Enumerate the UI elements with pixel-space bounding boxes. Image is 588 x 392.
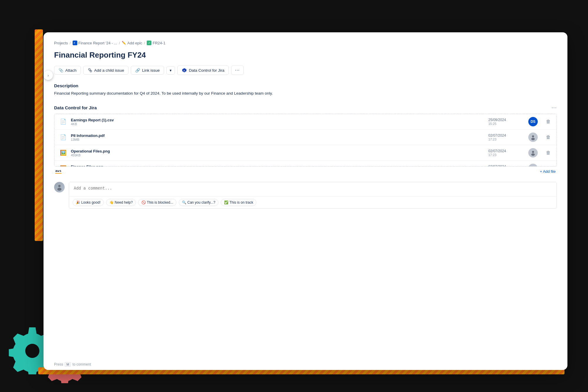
more-options-button[interactable]: ··· bbox=[231, 66, 243, 75]
quick-reply-button-1[interactable]: 👋 Need help? bbox=[106, 199, 136, 206]
svg-point-7 bbox=[531, 138, 535, 140]
quick-reply-button-3[interactable]: 🔍 Can you clarify...? bbox=[179, 199, 218, 206]
file-info: Operational Files.png 455KB bbox=[71, 149, 479, 157]
link-icon: 🔗 bbox=[135, 68, 140, 73]
description-title: Description bbox=[54, 83, 557, 88]
breadcrumb-finance-report[interactable]: Finance Report '24 - ... bbox=[78, 41, 117, 45]
file-avatar-anon bbox=[528, 133, 538, 142]
file-list: 📄 Earnings Report (1).csv 4KB 25/09/2024… bbox=[54, 114, 557, 167]
file-size: 13MB bbox=[71, 138, 479, 141]
page-title: Financial Reporting FY24 bbox=[54, 51, 557, 60]
breadcrumb-sep-2: / bbox=[119, 41, 120, 45]
file-date: 02/07/2024 17:23 bbox=[488, 149, 512, 157]
file-icon: 🖼️ bbox=[59, 149, 67, 157]
file-image-icon: 🖼️ bbox=[60, 150, 66, 156]
file-name: Earnings Report (1).csv bbox=[71, 118, 479, 122]
add-file-button[interactable]: + Add file bbox=[540, 169, 556, 174]
comment-input-area: 🎉 Looks good!👋 Need help?🚫 This is block… bbox=[69, 182, 557, 209]
press-m-key: M bbox=[65, 362, 71, 367]
svg-point-12 bbox=[58, 185, 61, 187]
action-toolbar: 📎 Attach Add a child issue 🔗 Link issue bbox=[54, 66, 557, 75]
quick-replies-bar: 🎉 Looks good!👋 Need help?🚫 This is block… bbox=[69, 196, 557, 208]
file-info: Finance Files.png 429KB bbox=[71, 165, 479, 167]
file-name: Finance Files.png bbox=[71, 165, 479, 167]
file-icon: 📄 bbox=[59, 133, 67, 141]
file-delete-button[interactable]: 🗑 bbox=[545, 133, 552, 141]
pencil-icon: ✏️ bbox=[122, 41, 126, 45]
svg-text:▲: ▲ bbox=[183, 69, 185, 71]
file-doc-icon: 📄 bbox=[60, 118, 66, 125]
file-avatar-anon bbox=[528, 164, 538, 167]
file-delete-button[interactable]: 🗑 bbox=[545, 165, 552, 167]
breadcrumb: Projects / F Finance Report '24 - ... / … bbox=[54, 41, 557, 45]
data-control-button[interactable]: ▲ Data Control for Jira bbox=[177, 66, 229, 75]
file-row: 📄 Earnings Report (1).csv 4KB 25/09/2024… bbox=[54, 114, 557, 130]
svg-point-13 bbox=[57, 188, 61, 191]
svg-point-6 bbox=[532, 135, 534, 138]
breadcrumb-sep-1: / bbox=[70, 41, 71, 45]
svg-text:F: F bbox=[74, 42, 75, 44]
file-avatar-anon bbox=[528, 148, 538, 158]
quick-reply-button-0[interactable]: 🎉 Looks good! bbox=[73, 199, 104, 206]
data-control-logo-icon: ▲ bbox=[182, 68, 187, 73]
user-avatar bbox=[54, 182, 65, 192]
file-row: 🖼️ Finance Files.png 429KB 02/07/2024 17… bbox=[54, 161, 557, 167]
comment-section: 🎉 Looks good!👋 Need help?🚫 This is block… bbox=[54, 182, 557, 213]
quick-reply-button-4[interactable]: ✅ This is on track bbox=[221, 199, 256, 206]
file-size: 4KB bbox=[71, 122, 479, 126]
add-child-icon bbox=[88, 68, 92, 73]
breadcrumb-add-epic[interactable]: Add epic bbox=[127, 41, 142, 45]
finance-project-icon: F bbox=[73, 41, 77, 45]
file-row: 📄 PII Information.pdf 13MB 02/07/2024 17… bbox=[54, 130, 557, 145]
file-name: PII Information.pdf bbox=[71, 133, 479, 138]
sidebar-toggle-button[interactable]: › bbox=[44, 71, 53, 80]
breadcrumb-projects[interactable]: Projects bbox=[54, 41, 68, 45]
paperclip-icon: 📎 bbox=[59, 68, 64, 73]
chevron-right-icon: › bbox=[48, 73, 49, 78]
file-date: 02/07/2024 17:23 bbox=[488, 165, 512, 167]
file-avatar: DS bbox=[528, 117, 538, 126]
main-card: Projects / F Finance Report '24 - ... / … bbox=[44, 32, 567, 370]
file-icon: 🖼️ bbox=[59, 164, 67, 167]
comment-input[interactable] bbox=[69, 182, 557, 195]
dropdown-button[interactable]: ▾ bbox=[166, 66, 175, 75]
file-doc-icon: 📄 bbox=[60, 134, 66, 140]
file-info: Earnings Report (1).csv 4KB bbox=[71, 118, 479, 126]
description-text: Financial Reporting summary documentatio… bbox=[54, 91, 557, 96]
section-more-button[interactable]: ··· bbox=[552, 105, 557, 111]
file-info: PII Information.pdf 13MB bbox=[71, 133, 479, 141]
description-section: Description Financial Reporting summary … bbox=[54, 83, 557, 96]
file-date: 25/09/2024 15:25 bbox=[488, 118, 512, 125]
file-icon: 📄 bbox=[59, 118, 67, 126]
file-delete-button[interactable]: 🗑 bbox=[545, 118, 552, 125]
data-control-section: Data Control for Jira ··· 📄 Earnings Rep… bbox=[54, 105, 557, 176]
breadcrumb-issue-id[interactable]: FR24-1 bbox=[153, 41, 165, 45]
issue-type-icon: ✓ bbox=[147, 41, 151, 45]
stripe-decoration bbox=[35, 29, 43, 241]
breadcrumb-sep-3: / bbox=[144, 41, 145, 45]
file-date: 02/07/2024 17:23 bbox=[488, 133, 512, 141]
svg-point-2 bbox=[88, 68, 90, 70]
data-control-section-title: Data Control for Jira bbox=[54, 105, 97, 110]
attach-button[interactable]: 📎 Attach bbox=[54, 66, 81, 75]
svg-point-8 bbox=[532, 151, 534, 153]
press-hint: Press M to comment bbox=[44, 361, 567, 370]
quick-reply-button-2[interactable]: 🚫 This is blocked... bbox=[138, 199, 176, 206]
link-issue-button[interactable]: 🔗 Link issue bbox=[131, 66, 164, 75]
file-delete-button[interactable]: 🗑 bbox=[545, 149, 552, 157]
svg-point-9 bbox=[531, 153, 535, 156]
aws-badge: aws bbox=[55, 169, 61, 174]
file-name: Operational Files.png bbox=[71, 149, 479, 153]
add-child-issue-button[interactable]: Add a child issue bbox=[83, 66, 128, 75]
file-list-footer: aws + Add file bbox=[54, 167, 557, 176]
file-size: 455KB bbox=[71, 153, 479, 157]
file-row: 🖼️ Operational Files.png 455KB 02/07/202… bbox=[54, 145, 557, 161]
